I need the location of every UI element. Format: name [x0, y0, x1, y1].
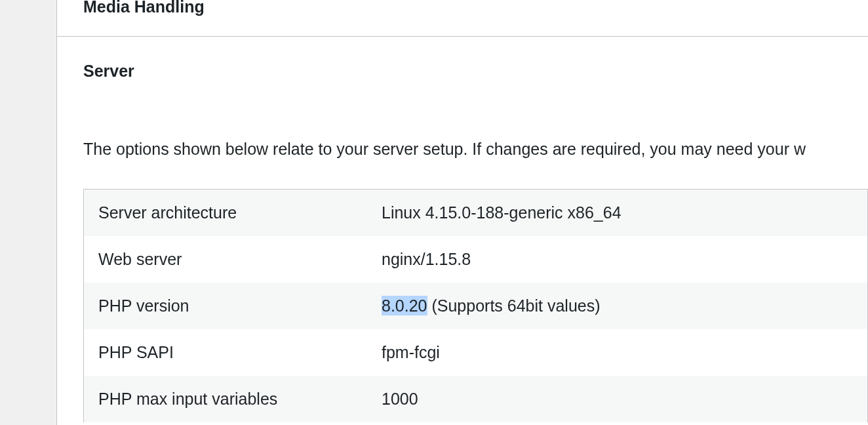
content-area: Media Handling Server The options shown …: [56, 0, 868, 425]
row-value-rest: (Supports 64bit values): [427, 296, 601, 315]
row-value: 8.0.20 (Supports 64bit values): [382, 296, 867, 315]
row-value: 1000: [382, 390, 867, 409]
server-info-table: Server architecture Linux 4.15.0-188-gen…: [83, 189, 868, 422]
row-label: Web server: [84, 250, 382, 269]
highlighted-text: 8.0.20: [382, 296, 427, 315]
media-handling-title: Media Handling: [83, 0, 205, 16]
row-label: PHP SAPI: [84, 343, 382, 362]
server-section-title: Server: [83, 62, 868, 81]
table-row: PHP max input variables 1000: [84, 376, 867, 422]
server-description: The options shown below relate to your s…: [83, 140, 868, 159]
row-value: Linux 4.15.0-188-generic x86_64: [382, 203, 867, 222]
row-label: PHP max input variables: [84, 390, 382, 409]
media-handling-header[interactable]: Media Handling: [57, 0, 868, 36]
row-value: nginx/1.15.8: [382, 250, 867, 269]
row-label: Server architecture: [84, 203, 382, 222]
table-row: Server architecture Linux 4.15.0-188-gen…: [84, 190, 867, 236]
table-row: PHP version 8.0.20 (Supports 64bit value…: [84, 283, 867, 329]
row-label: PHP version: [84, 296, 382, 315]
row-value: fpm-fcgi: [382, 343, 867, 362]
table-row: PHP SAPI fpm-fcgi: [84, 329, 867, 376]
table-row: Web server nginx/1.15.8: [84, 236, 867, 283]
sidebar-placeholder: [0, 0, 56, 425]
server-section: Server The options shown below relate to…: [57, 37, 868, 422]
